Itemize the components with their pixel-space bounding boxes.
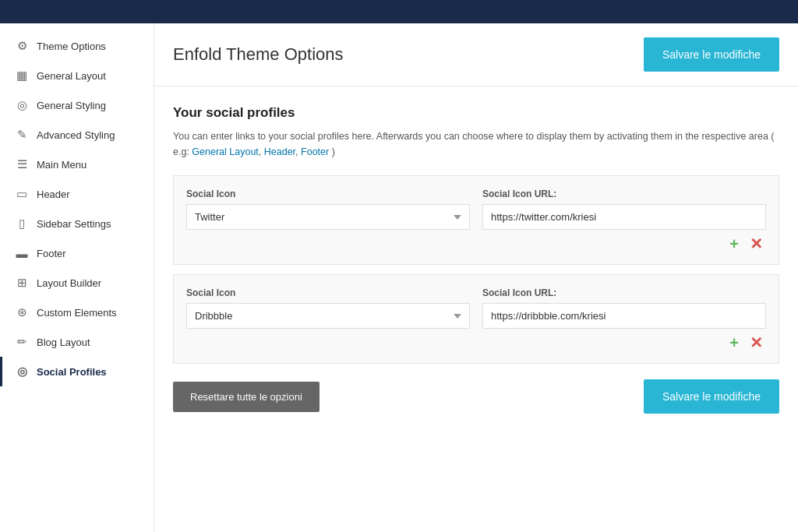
main-content: Enfold Theme Options Salvare le modifich… [154, 23, 798, 532]
footer-link[interactable]: Footer [301, 146, 329, 157]
social-url-group-2: Social Icon URL: [482, 287, 766, 329]
sidebar-item-label: Footer [37, 248, 66, 259]
social-icon-label-2: Social Icon [186, 287, 470, 298]
social-row-1: Social Icon Twitter Facebook Instagram L… [173, 175, 779, 265]
page-title: Enfold Theme Options [173, 44, 344, 65]
reset-button[interactable]: Resettare tutte le opzioni [173, 382, 320, 412]
form-footer: Resettare tutte le opzioni Salvare le mo… [173, 379, 779, 414]
social-url-input-1[interactable] [482, 204, 766, 230]
social-url-group-1: Social Icon URL: [482, 188, 766, 230]
section-desc: You can enter links to your social profi… [173, 129, 779, 160]
sidebar-item-label: Theme Options [37, 41, 106, 52]
sidebar-item-label: General Layout [37, 70, 106, 82]
form-area: Your social profiles You can enter links… [154, 86, 798, 432]
sidebar-item-general-styling[interactable]: ◎ General Styling [0, 90, 154, 120]
social-url-label-1: Social Icon URL: [482, 188, 766, 199]
general-layout-link[interactable]: General Layout [192, 146, 258, 157]
sidebar-item-footer[interactable]: ▬ Footer [0, 238, 154, 268]
sidebar-item-label: Social Profiles [37, 366, 107, 378]
social-row-1-fields: Social Icon Twitter Facebook Instagram L… [186, 188, 766, 230]
app-window: ⚙ Theme Options ▦ General Layout ◎ Gener… [0, 0, 798, 532]
advanced-styling-icon: ✎ [15, 128, 29, 142]
sidebar-item-label: Blog Layout [37, 336, 90, 348]
sidebar-item-label: Advanced Styling [37, 129, 115, 141]
sidebar-item-general-layout[interactable]: ▦ General Layout [0, 61, 154, 90]
social-row-2-fields: Social Icon Twitter Facebook Instagram L… [186, 287, 766, 329]
row-2-actions: + ✕ [186, 335, 766, 351]
sidebar-item-sidebar-settings[interactable]: ▯ Sidebar Settings [0, 209, 154, 238]
sidebar-item-main-menu[interactable]: ☰ Main Menu [0, 150, 154, 179]
sidebar-item-header[interactable]: ▭ Header [0, 179, 154, 209]
sidebar-item-theme-options[interactable]: ⚙ Theme Options [0, 31, 154, 61]
row-1-actions: + ✕ [186, 236, 766, 252]
content-area: ⚙ Theme Options ▦ General Layout ◎ Gener… [0, 23, 798, 532]
page-header: Enfold Theme Options Salvare le modifich… [154, 23, 798, 86]
social-url-input-2[interactable] [482, 303, 766, 329]
general-layout-icon: ▦ [15, 69, 29, 83]
social-icon-label-1: Social Icon [186, 188, 470, 199]
theme-options-icon: ⚙ [15, 39, 29, 53]
save-button-bottom[interactable]: Salvare le modifiche [644, 379, 779, 414]
top-bar [0, 0, 798, 23]
social-icon-select-2[interactable]: Twitter Facebook Instagram LinkedIn Drib… [186, 303, 470, 329]
custom-elements-icon: ⊛ [15, 305, 29, 319]
save-button-top[interactable]: Salvare le modifiche [644, 37, 779, 72]
social-icon-group-1: Social Icon Twitter Facebook Instagram L… [186, 188, 470, 230]
layout-builder-icon: ⊞ [15, 276, 29, 290]
general-styling-icon: ◎ [15, 98, 29, 112]
sidebar-item-label: General Styling [37, 100, 106, 111]
add-row-button-1[interactable]: + [726, 236, 742, 252]
social-profiles-icon: ◎ [15, 365, 29, 379]
remove-row-button-2[interactable]: ✕ [747, 335, 766, 351]
section-title: Your social profiles [173, 105, 779, 121]
social-icon-group-2: Social Icon Twitter Facebook Instagram L… [186, 287, 470, 329]
sidebar-item-label: Sidebar Settings [37, 218, 111, 230]
sidebar-item-advanced-styling[interactable]: ✎ Advanced Styling [0, 120, 154, 150]
sidebar-item-custom-elements[interactable]: ⊛ Custom Elements [0, 298, 154, 327]
social-url-label-2: Social Icon URL: [482, 287, 766, 298]
header-icon: ▭ [15, 187, 29, 201]
sidebar-item-label: Custom Elements [37, 307, 117, 319]
sidebar-item-label: Main Menu [37, 159, 87, 171]
blog-layout-icon: ✏ [15, 335, 29, 349]
sidebar-item-social-profiles[interactable]: ◎ Social Profiles [0, 357, 154, 386]
footer-icon: ▬ [15, 246, 29, 260]
main-menu-icon: ☰ [15, 157, 29, 171]
sidebar-item-blog-layout[interactable]: ✏ Blog Layout [0, 327, 154, 357]
sidebar-item-label: Header [37, 188, 70, 200]
sidebar-item-label: Layout Builder [37, 277, 101, 289]
social-row-2: Social Icon Twitter Facebook Instagram L… [173, 274, 779, 364]
sidebar-item-layout-builder[interactable]: ⊞ Layout Builder [0, 268, 154, 298]
sidebar-settings-icon: ▯ [15, 217, 29, 231]
social-icon-select-1[interactable]: Twitter Facebook Instagram LinkedIn Drib… [186, 204, 470, 230]
sidebar: ⚙ Theme Options ▦ General Layout ◎ Gener… [0, 23, 154, 532]
remove-row-button-1[interactable]: ✕ [747, 236, 766, 252]
add-row-button-2[interactable]: + [726, 335, 742, 351]
header-link[interactable]: Header [264, 146, 295, 157]
